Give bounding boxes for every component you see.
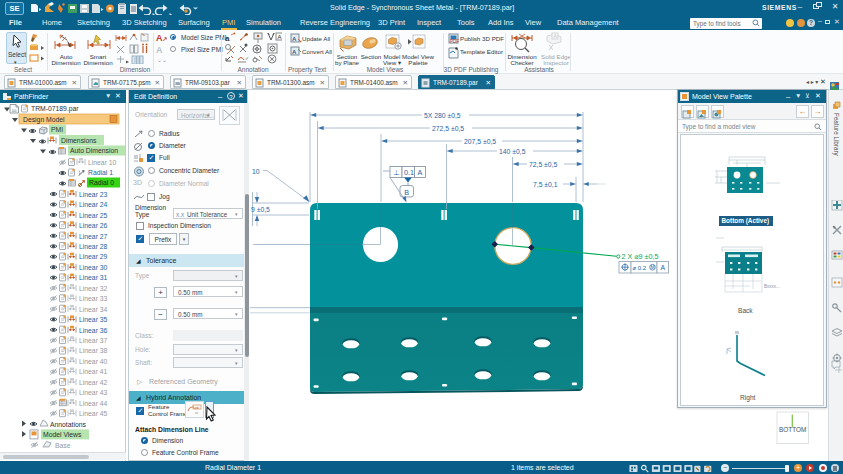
svg-text:Linear 25: Linear 25 (79, 212, 108, 219)
svg-text:Bxxxx...: Bxxxx... (764, 284, 780, 289)
svg-text:207,5 ±0,5: 207,5 ±0,5 (464, 138, 496, 145)
svg-text:Dimensions: Dimensions (61, 137, 97, 144)
svg-text:Model Views: Model Views (43, 431, 82, 438)
svg-text:9 ±0,5: 9 ±0,5 (251, 206, 270, 213)
svg-text:✓: ✓ (245, 55, 249, 61)
svg-text:Bottom (Active): Bottom (Active) (722, 217, 770, 225)
svg-text:2 X ⌀9 ±0,5: 2 X ⌀9 ±0,5 (622, 252, 659, 261)
svg-text:7,5 ±0,1: 7,5 ±0,1 (533, 181, 558, 188)
svg-text:72,5 ±0,5: 72,5 ±0,5 (529, 161, 558, 168)
svg-text:Linear 40: Linear 40 (79, 358, 108, 365)
svg-text:A: A (292, 36, 297, 42)
svg-text:⊥: ⊥ (393, 168, 399, 177)
svg-text:Linear 27: Linear 27 (79, 233, 108, 240)
svg-text:Back: Back (738, 307, 753, 314)
svg-text:Linear 29: Linear 29 (79, 253, 108, 260)
svg-text:TRM-07189.par: TRM-07189.par (31, 105, 79, 113)
svg-text:Linear 23: Linear 23 (79, 191, 108, 198)
svg-text:Linear 31: Linear 31 (79, 274, 108, 281)
svg-text:Annotations: Annotations (50, 421, 87, 428)
svg-text:a: a (225, 34, 230, 43)
svg-text:Linear 37: Linear 37 (79, 337, 108, 344)
svg-text:Linear 28: Linear 28 (79, 243, 108, 250)
svg-text:5X 280 ±0,5: 5X 280 ±0,5 (424, 112, 461, 119)
svg-text:xx: xx (195, 411, 199, 415)
svg-text:Linear 43: Linear 43 (79, 389, 108, 396)
svg-text:PMI: PMI (51, 126, 63, 133)
svg-text:272,5 ±0,5: 272,5 ±0,5 (432, 125, 464, 132)
svg-text:B: B (404, 188, 409, 197)
svg-text:Linear 45: Linear 45 (79, 410, 108, 417)
svg-text:Right: Right (740, 394, 756, 402)
svg-text:Linear 34: Linear 34 (79, 306, 108, 313)
svg-text:A: A (292, 49, 297, 55)
svg-text:Linear 33: Linear 33 (79, 295, 108, 302)
svg-text:Linear 35: Linear 35 (79, 316, 108, 323)
svg-text:Linear 30: Linear 30 (79, 264, 108, 271)
svg-text:A: A (661, 264, 666, 271)
svg-text:0.1: 0.1 (404, 168, 414, 177)
svg-text:Linear 26: Linear 26 (79, 222, 108, 229)
svg-text:Linear 41: Linear 41 (79, 368, 108, 375)
svg-text:M: M (651, 265, 655, 270)
svg-text:Linear 42: Linear 42 (79, 379, 108, 386)
svg-text:⌀⊕: ⌀⊕ (194, 406, 199, 410)
svg-text:Radial 0: Radial 0 (89, 179, 114, 186)
svg-text:Linear 44: Linear 44 (79, 400, 108, 407)
svg-text:A: A (418, 168, 423, 177)
svg-text:Base: Base (55, 442, 71, 449)
svg-text:Linear 36: Linear 36 (79, 327, 108, 334)
svg-text:140 ±0,5: 140 ±0,5 (499, 148, 526, 155)
svg-text:A: A (278, 34, 282, 40)
svg-text:Linear 38: Linear 38 (79, 347, 108, 354)
svg-text:Linear 24: Linear 24 (79, 201, 108, 208)
svg-text:Radial 1: Radial 1 (88, 169, 113, 176)
svg-text:Linear 10: Linear 10 (88, 159, 117, 166)
svg-text:PDF: PDF (450, 39, 459, 44)
svg-text:BOTTOM: BOTTOM (779, 426, 806, 433)
svg-text:Design Model: Design Model (23, 116, 65, 124)
svg-text:⌀ 0.2: ⌀ 0.2 (633, 265, 647, 271)
svg-text:Auto Dimension: Auto Dimension (70, 147, 118, 154)
svg-text:Linear 32: Linear 32 (79, 285, 108, 292)
svg-text:10: 10 (252, 168, 260, 175)
